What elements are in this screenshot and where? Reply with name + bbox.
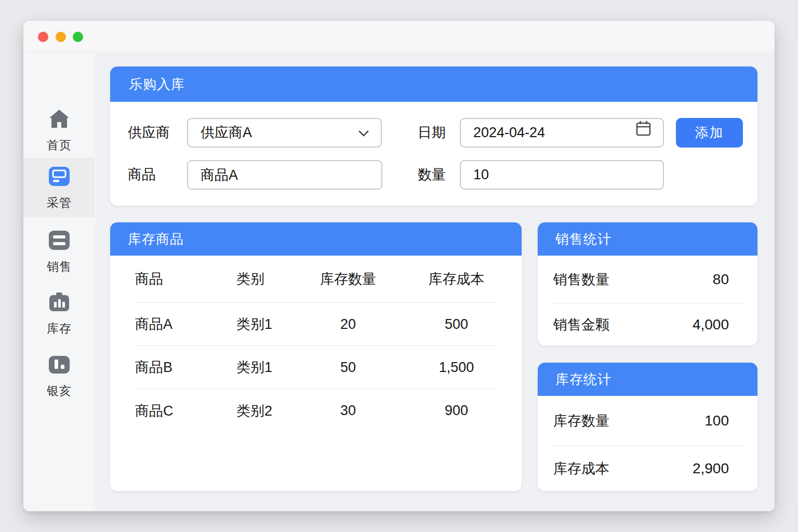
sidebar-item-label: 采管 — [47, 195, 72, 211]
purchase-entry-panel: 乐购入库 供应商 供应商A 日期 2024-04-24 — [110, 66, 757, 206]
cell-quantity: 20 — [299, 316, 397, 332]
sidebar-item-sales[interactable]: 销售 — [23, 222, 95, 281]
sales-stats-panel: 销售统计 销售数量 80 销售金颗 4,000 — [538, 222, 757, 345]
cell-cost: 500 — [397, 316, 497, 332]
supplier-select-value: 供应商A — [201, 119, 358, 147]
column-header: 商品 — [135, 270, 236, 288]
home-icon — [47, 107, 71, 130]
table-header-row: 商品 类别 库存数量 库存成本 — [135, 256, 497, 303]
product-input[interactable] — [187, 160, 382, 190]
cell-quantity: 50 — [299, 360, 397, 376]
stat-label: 销售金颗 — [553, 315, 609, 334]
panel-title: 库存商品 — [110, 222, 522, 256]
stat-label: 库存成本 — [553, 459, 609, 478]
inventory-table: 商品 类别 库存数量 库存成本 商品A 类别1 20 500 商品B 类别1 5… — [135, 256, 497, 432]
close-button[interactable] — [38, 32, 48, 42]
reports-icon — [48, 353, 71, 376]
stat-label: 库存数量 — [553, 411, 609, 430]
table-row: 商品B 类别1 50 1,500 — [135, 346, 497, 389]
stat-row: 销售数量 80 — [538, 256, 757, 303]
add-button[interactable]: 添加 — [676, 118, 743, 148]
cell-category: 类别1 — [236, 315, 299, 334]
cell-category: 类别1 — [236, 358, 299, 377]
stat-row: 销售金颗 4,000 — [538, 303, 757, 345]
minimize-button[interactable] — [56, 32, 66, 42]
column-header: 库存成本 — [397, 270, 497, 288]
zoom-button[interactable] — [73, 32, 83, 42]
inventory-goods-panel: 库存商品 商品 类别 库存数量 库存成本 商品A 类别1 20 500 商品B … — [110, 222, 522, 491]
table-row: 商品C 类别2 30 900 — [135, 389, 497, 432]
stat-row: 库存数量 100 — [538, 396, 757, 446]
stat-value: 4,000 — [693, 316, 729, 333]
column-header: 类别 — [236, 270, 299, 288]
panel-title: 库存统计 — [538, 363, 757, 396]
sidebar-item-procurement[interactable]: 采管 — [23, 158, 95, 217]
sidebar-item-home[interactable]: 首页 — [23, 100, 95, 159]
stat-row: 库存成本 2,900 — [538, 446, 757, 491]
sidebar-item-label: 银亥 — [47, 383, 72, 399]
chevron-down-icon — [358, 119, 381, 147]
calendar-icon[interactable] — [635, 119, 663, 147]
stat-value: 80 — [713, 271, 729, 288]
sidebar-item-label: 销售 — [47, 259, 72, 275]
sales-icon — [48, 229, 71, 251]
procurement-icon — [48, 165, 71, 188]
cell-cost: 900 — [397, 403, 497, 419]
sidebar-item-reports[interactable]: 银亥 — [23, 346, 95, 405]
stat-value: 100 — [704, 413, 729, 429]
cell-quantity: 30 — [299, 403, 397, 419]
cell-product: 商品A — [135, 315, 236, 334]
inventory-icon — [47, 290, 71, 313]
window-titlebar — [23, 21, 775, 52]
sidebar: 首页 采管 销售 — [23, 52, 95, 511]
cell-product: 商品B — [135, 358, 236, 377]
cell-product: 商品C — [135, 402, 236, 420]
quantity-input[interactable] — [460, 160, 664, 190]
sidebar-item-inventory[interactable]: 库存 — [23, 284, 95, 343]
sidebar-item-label: 库存 — [47, 321, 72, 337]
panel-title: 销售统计 — [538, 222, 757, 256]
supplier-select[interactable]: 供应商A — [187, 118, 382, 148]
quantity-input-field[interactable] — [473, 161, 663, 189]
app-window: 首页 采管 销售 — [23, 21, 775, 511]
sidebar-item-label: 首页 — [47, 137, 72, 153]
cell-category: 类别2 — [236, 402, 299, 420]
quantity-label: 数量 — [418, 160, 446, 190]
date-field-value: 2024-04-24 — [473, 119, 635, 147]
product-label: 商品 — [128, 160, 156, 190]
product-input-field[interactable] — [201, 161, 381, 189]
stat-label: 销售数量 — [553, 270, 609, 289]
inventory-stats-body: 库存数量 100 库存成本 2,900 — [538, 396, 757, 491]
stat-value: 2,900 — [693, 460, 729, 477]
date-field[interactable]: 2024-04-24 — [460, 118, 664, 148]
date-label: 日期 — [418, 118, 446, 148]
cell-cost: 1,500 — [397, 360, 497, 376]
column-header: 库存数量 — [299, 270, 397, 288]
purchase-form: 供应商 供应商A 日期 2024-04-24 — [110, 102, 757, 206]
panel-title: 乐购入库 — [110, 66, 757, 102]
table-row: 商品A 类别1 20 500 — [135, 303, 497, 346]
inventory-stats-panel: 库存统计 库存数量 100 库存成本 2,900 — [538, 363, 757, 491]
supplier-label: 供应商 — [128, 118, 170, 148]
sales-stats-body: 销售数量 80 销售金颗 4,000 — [538, 256, 757, 345]
main-content: 乐购入库 供应商 供应商A 日期 2024-04-24 — [96, 52, 775, 511]
